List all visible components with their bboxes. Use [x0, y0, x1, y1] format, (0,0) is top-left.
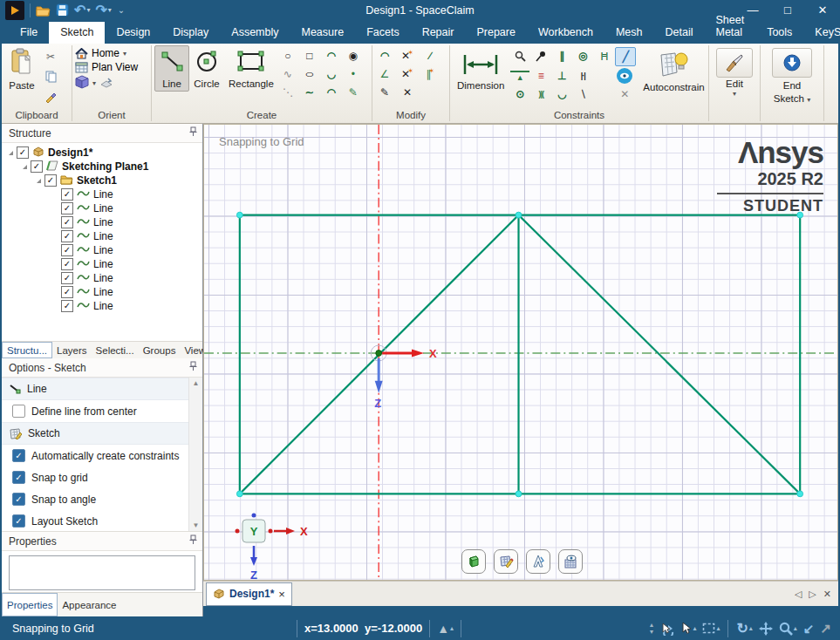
- open-file-button[interactable]: [36, 4, 51, 17]
- undo-select-button[interactable]: [660, 622, 675, 636]
- circle-points-icon[interactable]: ◉: [344, 47, 363, 65]
- project-to-sketch-icon[interactable]: ✎: [344, 84, 363, 101]
- checkbox-checked[interactable]: ✓: [12, 471, 25, 484]
- checkbox[interactable]: ✓: [61, 286, 73, 298]
- checkbox-checked[interactable]: ✓: [12, 514, 25, 528]
- customize-quick-access-button[interactable]: ⌄: [118, 5, 125, 15]
- next-tab-icon[interactable]: ▷: [809, 589, 816, 600]
- tab-properties[interactable]: Properties: [2, 593, 58, 616]
- spin-view-button[interactable]: [75, 75, 89, 92]
- axis-triad[interactable]: Y X Z: [230, 513, 321, 581]
- split-icon[interactable]: ✕✶: [398, 65, 417, 83]
- design-canvas[interactable]: XZ Snapping to Grid Λnsys 2025 R2 STUDEN…: [203, 124, 838, 581]
- tree-row-line[interactable]: ✓ Line: [2, 285, 202, 299]
- autoconstrain-button[interactable]: Autoconstrain: [639, 45, 708, 95]
- close-document-icon[interactable]: ×: [278, 589, 285, 600]
- previous-view-icon[interactable]: ↙: [803, 621, 815, 637]
- delete-constraint-icon[interactable]: ✕: [615, 85, 634, 103]
- bend-icon[interactable]: ✎: [375, 84, 394, 101]
- point-icon[interactable]: •: [344, 65, 363, 83]
- tree-row-line[interactable]: ✓ Line: [2, 257, 202, 271]
- search-constraint-icon[interactable]: [510, 47, 529, 65]
- pin-constraint-icon[interactable]: [531, 47, 550, 65]
- plan-view-button[interactable]: Plan View: [75, 61, 138, 73]
- tab-measure[interactable]: Measure: [290, 22, 355, 44]
- copy-icon[interactable]: [41, 68, 60, 85]
- expander-icon[interactable]: [23, 165, 27, 169]
- tab-repair[interactable]: Repair: [411, 22, 466, 44]
- cut-icon[interactable]: ✂: [41, 48, 60, 65]
- trim-icon[interactable]: ✕✶: [398, 47, 417, 65]
- pin-icon[interactable]: [189, 534, 197, 548]
- tree-row-line[interactable]: ✓ Line: [2, 187, 202, 201]
- chamfer-icon[interactable]: ∠: [375, 65, 394, 83]
- tab-facets[interactable]: Facets: [355, 22, 411, 44]
- edit-button[interactable]: [716, 48, 753, 78]
- tab-mesh[interactable]: Mesh: [604, 22, 654, 44]
- grid-toggle-button[interactable]: [558, 549, 583, 574]
- checkbox[interactable]: ✓: [31, 160, 43, 173]
- tree-row-line[interactable]: ✓ Line: [2, 229, 202, 243]
- delete-icon[interactable]: ✕: [398, 84, 417, 101]
- tree-row-line[interactable]: ✓ Line: [2, 215, 202, 229]
- arc-icon[interactable]: ◡: [322, 65, 341, 83]
- tree-row-design[interactable]: ✓ Design1*: [2, 146, 202, 160]
- checkbox[interactable]: ✓: [17, 146, 29, 159]
- tab-file[interactable]: File: [9, 22, 49, 44]
- tab-assembly[interactable]: Assembly: [220, 22, 290, 44]
- tab-detail[interactable]: Detail: [654, 22, 705, 44]
- ellipse-icon[interactable]: ○: [300, 65, 319, 83]
- tree-row-line[interactable]: ✓ Line: [2, 201, 202, 215]
- checkbox[interactable]: ✓: [61, 300, 73, 312]
- spline-circle-icon[interactable]: ○: [278, 47, 297, 65]
- expander-icon[interactable]: [9, 151, 13, 155]
- control-rectangle-icon[interactable]: □: [300, 47, 319, 65]
- tab-workbench[interactable]: Workbench: [527, 22, 604, 44]
- tangent-mark-icon[interactable]: ▲: [510, 71, 529, 83]
- tab-design[interactable]: Design: [105, 22, 161, 44]
- options-scrollbar[interactable]: ▲ ▼: [188, 378, 202, 531]
- spline-icon[interactable]: ∿: [278, 65, 297, 83]
- tab-sketch[interactable]: Sketch: [49, 22, 105, 44]
- spaceclaim-app-icon[interactable]: [5, 1, 24, 20]
- parallel-constraint-icon[interactable]: ∥: [552, 47, 571, 65]
- document-tab[interactable]: Design1* ×: [206, 582, 292, 606]
- save-button[interactable]: [56, 3, 69, 17]
- maximize-button[interactable]: □: [770, 0, 805, 20]
- checkbox[interactable]: ✓: [61, 188, 73, 201]
- snapshot-button[interactable]: [99, 77, 113, 91]
- tree-row-sketch[interactable]: ✓ Sketch1: [2, 174, 202, 187]
- snap-to-grid-option[interactable]: ✓ Snap to grid: [2, 466, 202, 488]
- symmetry-constraint-icon[interactable]: )|(: [531, 85, 550, 103]
- tree-row-plane[interactable]: ✓ Sketching Plane1: [2, 160, 202, 174]
- next-view-icon[interactable]: ↗: [820, 621, 831, 637]
- checkbox[interactable]: ✓: [61, 230, 73, 242]
- offset-icon[interactable]: ∥✶: [420, 65, 440, 83]
- fillet-icon[interactable]: ◠: [375, 47, 394, 65]
- format-painter-icon[interactable]: [41, 88, 60, 106]
- three-point-arc-icon[interactable]: ◠: [322, 84, 341, 101]
- checkbox[interactable]: ✓: [61, 216, 73, 228]
- snap-indicator[interactable]: ▲ ▴: [437, 622, 454, 636]
- orbit-tool-button[interactable]: ↻ ▴: [736, 622, 752, 636]
- close-tab-icon[interactable]: ✕: [823, 589, 831, 600]
- properties-grid[interactable]: [9, 555, 195, 590]
- fixed-constraint-icon[interactable]: ≡: [531, 67, 550, 85]
- checkbox[interactable]: ✓: [61, 244, 73, 256]
- tab-groups[interactable]: Groups: [139, 342, 181, 358]
- checkbox[interactable]: ✓: [61, 258, 73, 270]
- split-curve-icon[interactable]: ∕: [420, 47, 440, 65]
- tab-display[interactable]: Display: [161, 22, 220, 44]
- tangent-constraint-icon[interactable]: ◡: [552, 85, 571, 103]
- circle-tool-button[interactable]: Circle: [189, 45, 224, 92]
- construction-line-icon[interactable]: ⋱: [278, 84, 297, 101]
- redo-button[interactable]: ↷▾: [95, 3, 111, 17]
- prev-tab-icon[interactable]: ◁: [795, 589, 802, 600]
- tab-appearance[interactable]: Appearance: [58, 593, 120, 616]
- tab-structure[interactable]: Structu...: [2, 342, 52, 358]
- home-view-button[interactable]: Home ▾: [75, 47, 126, 59]
- line-tool-button[interactable]: Line: [154, 45, 189, 92]
- pan-tool-button[interactable]: [759, 622, 773, 636]
- midpoint-constraint-icon[interactable]: |·|: [573, 67, 592, 85]
- tab-tools[interactable]: Tools: [755, 22, 803, 44]
